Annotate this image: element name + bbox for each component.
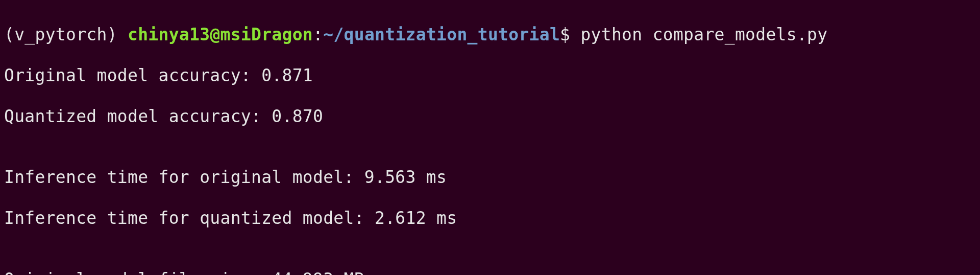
prompt-line-1: (v_pytorch) chinya13@msiDragon:~/quantiz… [4,25,976,45]
prompt-colon: : [313,25,323,44]
prompt-user-host: chinya13@msiDragon [128,25,313,44]
terminal-window[interactable]: (v_pytorch) chinya13@msiDragon:~/quantiz… [0,0,980,275]
output-line: Inference time for original model: 9.563… [4,167,976,188]
prompt-path: ~/quantization_tutorial [323,25,560,44]
prompt-dollar: $ [560,25,580,44]
output-line: Quantized model accuracy: 0.870 [4,106,976,127]
output-line: Inference time for quantized model: 2.61… [4,208,976,228]
output-line: Original model accuracy: 0.871 [4,65,976,86]
command-text: python compare_models.py [580,25,827,44]
output-line: Original model file size: 44.993 MB [4,269,976,275]
prompt-env: (v_pytorch) [4,25,128,44]
